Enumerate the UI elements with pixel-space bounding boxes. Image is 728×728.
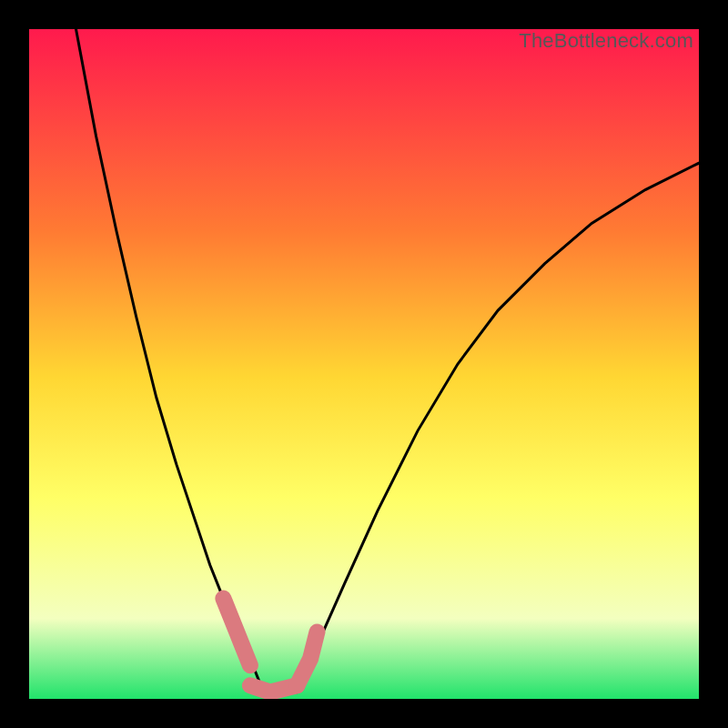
bottleneck-curves (29, 29, 699, 699)
chart-frame: TheBottleneck.com (0, 0, 728, 728)
plot-area: TheBottleneck.com (29, 29, 699, 699)
curve-right-branch (297, 163, 699, 692)
highlight-right (297, 632, 317, 685)
watermark-text: TheBottleneck.com (519, 29, 693, 53)
highlight-left (223, 599, 250, 666)
curve-left-branch (76, 29, 264, 693)
